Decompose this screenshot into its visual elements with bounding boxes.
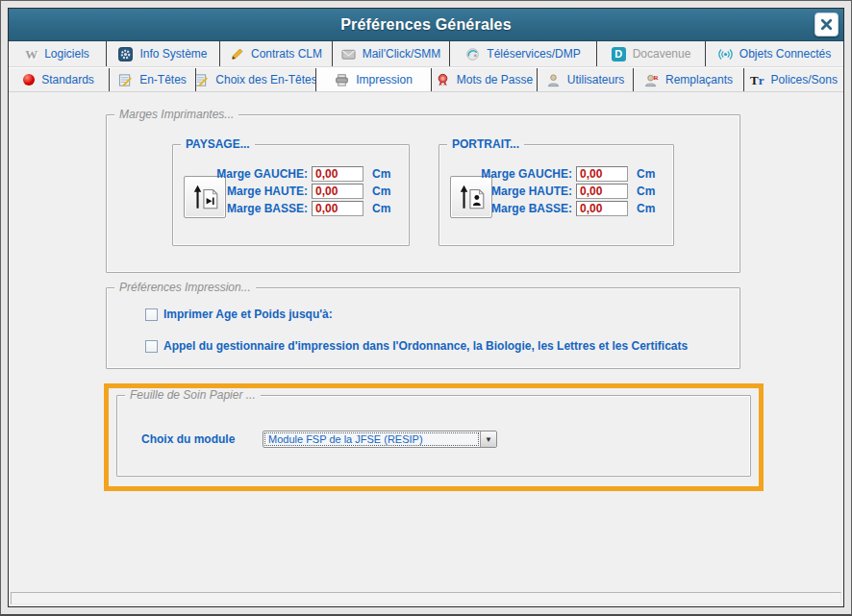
print-age-weight-checkbox[interactable] — [145, 308, 158, 321]
unit-label: Cm — [637, 202, 665, 215]
tab-label: Impression — [356, 73, 413, 86]
printer-icon — [335, 73, 349, 87]
tab-label: Mail'Click/SMM — [363, 47, 441, 61]
tab-label: Mots de Passe — [457, 73, 533, 86]
close-icon — [818, 16, 835, 33]
portrait-legend: PORTRAIT... — [447, 137, 524, 151]
unit-label: Cm — [372, 167, 401, 181]
close-button[interactable] — [814, 12, 839, 37]
fsp-group: Feuille de Soin Papier ... Choix du modu… — [116, 395, 751, 477]
tab-label: Objets Connectés — [739, 47, 831, 61]
header-doc-icon — [118, 73, 133, 87]
portrait-group: PORTRAIT... Marge GAUCHE — [439, 144, 674, 246]
module-select[interactable]: Module FSP de la JFSE (RESIP) ▼ — [263, 431, 497, 448]
margin-row: Marge HAUTE: 0,00 Cm — [194, 183, 401, 200]
tab-choix-des-en-tetes[interactable]: Choix des En-Têtes — [196, 68, 316, 91]
header-doc-icon — [196, 73, 209, 87]
docavenue-d-icon: D — [612, 47, 626, 62]
print-manager-row: Appel du gestionnaire d'impression dans … — [145, 339, 688, 353]
margin-left-input[interactable]: 0,00 — [576, 166, 628, 182]
tab-mailclick-smm[interactable]: Mail'Click/SMM — [333, 41, 450, 66]
margin-row: Marge BASSE: 0,00 Cm — [194, 200, 401, 217]
tab-logiciels[interactable]: W Logiciels — [9, 41, 107, 66]
red-sphere-icon — [23, 74, 35, 86]
font-icon: Tr — [750, 74, 764, 86]
window-frame: Préférences Générales W Logiciels Info S… — [0, 0, 852, 616]
unit-label: Cm — [372, 202, 401, 215]
page-title: Préférences Générales — [340, 16, 512, 34]
unit-label: Cm — [637, 167, 665, 181]
paysage-margin-rows: Marge GAUCHE: 0,00 Cm Marge HAUTE: 0,00 … — [194, 165, 401, 217]
margin-left-input[interactable]: 0,00 — [312, 166, 363, 182]
tab-label: Remplaçants — [665, 73, 733, 86]
tab-impression[interactable]: Impression — [316, 68, 432, 91]
tab-en-tetes[interactable]: En-Têtes — [110, 68, 196, 91]
tab-objets-connectes[interactable]: Objets Connectés — [706, 41, 843, 66]
tab-remplacants[interactable]: R Remplaçants — [634, 68, 744, 91]
tab-label: Logiciels — [44, 47, 89, 61]
fsp-legend: Feuille de Soin Papier ... — [125, 388, 261, 402]
tab-label: Utilisateurs — [567, 73, 624, 86]
user-replacement-icon: R — [644, 73, 659, 87]
globe-icon — [465, 47, 480, 62]
mail-icon — [341, 47, 356, 62]
chevron-down-icon[interactable]: ▼ — [480, 431, 496, 447]
tab-label: Standards — [41, 73, 94, 86]
margin-label: Marge BASSE: — [459, 202, 572, 215]
module-choice-row: Choix du module Module FSP de la JFSE (R… — [141, 431, 497, 448]
tab-label: Docavenue — [633, 47, 691, 61]
pencil-icon — [230, 47, 244, 62]
margin-label: Marge GAUCHE: — [459, 167, 572, 181]
checkbox-label: Imprimer Age et Poids jusqu'à: — [163, 308, 333, 321]
margin-label: Marge HAUTE: — [459, 185, 572, 198]
margin-row: Marge BASSE: 0,00 Cm — [459, 200, 665, 217]
margin-bottom-input[interactable]: 0,00 — [576, 201, 628, 216]
tab-row-2: Standards En-Têtes Choix des En-Têtes Im… — [9, 67, 843, 92]
tab-label: Choix des En-Têtes — [215, 73, 316, 86]
margin-label: Marge BASSE: — [194, 202, 308, 215]
margin-row: Marge GAUCHE: 0,00 Cm — [459, 165, 665, 183]
margin-top-input[interactable]: 0,00 — [312, 184, 363, 199]
signal-icon — [718, 47, 733, 62]
print-preferences-group: Préférences Impression... Imprimer Age e… — [106, 287, 740, 369]
printer-margins-group: Marges Imprimantes... PAYSAGE... — [106, 114, 740, 273]
module-choice-label: Choix du module — [141, 432, 238, 446]
title-bar[interactable]: Préférences Générales — [9, 9, 843, 41]
margin-bottom-input[interactable]: 0,00 — [312, 201, 363, 216]
tab-label: Téléservices/DMP — [487, 47, 580, 61]
unit-label: Cm — [372, 185, 401, 198]
tab-label: Info Système — [139, 47, 207, 61]
tab-row-1: W Logiciels Info Système Contrats CLM M — [9, 41, 843, 67]
print-age-weight-row: Imprimer Age et Poids jusqu'à: — [145, 308, 333, 321]
print-preferences-legend: Préférences Impression... — [114, 281, 256, 294]
user-icon — [546, 73, 561, 87]
tab-label: En-Têtes — [139, 73, 187, 86]
preferences-dialog: Préférences Générales W Logiciels Info S… — [8, 8, 844, 607]
tab-polices-sons[interactable]: Tr Polices/Sons — [744, 68, 843, 91]
module-select-value[interactable]: Module FSP de la JFSE (RESIP) — [264, 432, 479, 446]
tab-standards[interactable]: Standards — [9, 68, 110, 91]
margin-label: Marge HAUTE: — [194, 185, 308, 198]
paysage-legend: PAYSAGE... — [181, 137, 255, 151]
status-bar — [11, 592, 841, 604]
fsp-highlight-box: Feuille de Soin Papier ... Choix du modu… — [104, 383, 764, 491]
margin-label: Marge GAUCHE: — [194, 167, 308, 181]
tab-teleservices-dmp[interactable]: Téléservices/DMP — [450, 41, 597, 66]
print-manager-checkbox[interactable] — [145, 340, 158, 353]
tab-contrats-clm[interactable]: Contrats CLM — [220, 41, 333, 66]
printer-margins-legend: Marges Imprimantes... — [114, 108, 238, 121]
tab-docavenue[interactable]: D Docavenue — [597, 41, 706, 66]
margin-top-input[interactable]: 0,00 — [576, 184, 628, 199]
tab-mots-de-passe[interactable]: Mots de Passe — [432, 68, 538, 91]
tab-utilisateurs[interactable]: Utilisateurs — [538, 68, 634, 91]
word-w-icon: W — [25, 48, 38, 61]
tab-label: Polices/Sons — [771, 73, 838, 86]
paysage-group: PAYSAGE... Marge GAUCHE: — [172, 144, 410, 246]
margin-row: Marge HAUTE: 0,00 Cm — [459, 183, 665, 200]
unit-label: Cm — [637, 185, 665, 198]
svg-text:R: R — [653, 74, 659, 82]
tab-info-systeme[interactable]: Info Système — [107, 41, 220, 66]
gear-icon — [118, 47, 133, 62]
margin-row: Marge GAUCHE: 0,00 Cm — [194, 165, 401, 183]
tab-label: Contrats CLM — [251, 47, 322, 61]
